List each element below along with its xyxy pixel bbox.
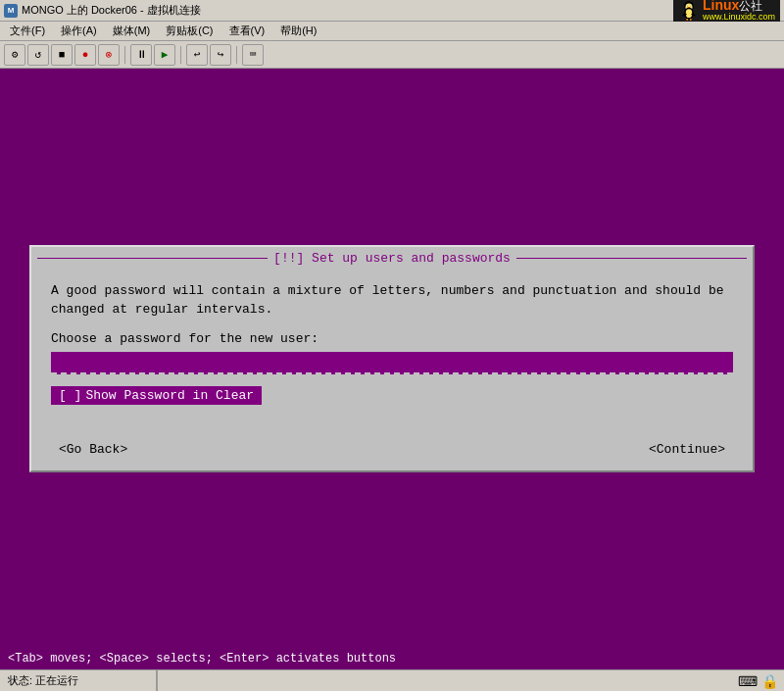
status-icons: ⌨ 🔒 (732, 673, 784, 689)
svg-rect-11 (686, 18, 688, 20)
menu-clipboard[interactable]: 剪贴板(C) (158, 22, 220, 40)
toolbar-btn-pause[interactable]: ⏸ (130, 44, 152, 66)
menu-view[interactable]: 查看(V) (221, 22, 273, 40)
toolbar-separator-2 (180, 46, 181, 64)
keyboard-icon: ⌨ (738, 673, 758, 689)
svg-point-5 (690, 5, 691, 6)
logo-linux-text: Linux (703, 0, 739, 13)
dialog-title-line-right (516, 258, 747, 259)
menu-bar: 文件(F) 操作(A) 媒体(M) 剪贴板(C) 查看(V) 帮助(H) (0, 22, 784, 41)
toolbar-btn-keyboard[interactable]: ⌨ (242, 44, 264, 66)
dialog-title-bar: [!!] Set up users and passwords (31, 247, 753, 270)
dialog-body: A good password will contain a mixture o… (31, 270, 753, 436)
toolbar: ⚙ ↺ ■ ● ⊗ ⏸ ▶ ↩ ↪ ⌨ (0, 41, 784, 69)
lock-icon: 🔒 (761, 673, 778, 689)
dialog-title-line-left (37, 258, 268, 259)
svg-point-4 (687, 5, 688, 6)
tux-icon (678, 0, 700, 22)
menu-help[interactable]: 帮助(H) (272, 22, 324, 40)
title-bar: M MONGO 上的 Docker06 - 虚拟机连接 Linux 公社 www… (0, 0, 784, 22)
description-text: A good password will contain a mixture o… (51, 281, 733, 320)
app-icon: M (4, 4, 18, 18)
toolbar-btn-settings[interactable]: ⚙ (4, 44, 25, 66)
toolbar-btn-play[interactable]: ▶ (154, 44, 175, 66)
hint-text: <Tab> moves; <Space> selects; <Enter> ac… (8, 652, 396, 666)
menu-file[interactable]: 文件(F) (2, 22, 53, 40)
toolbar-btn-record[interactable]: ● (74, 44, 96, 66)
toolbar-btn-power[interactable]: ⊗ (98, 44, 120, 66)
checkbox-bracket: [ ] (59, 388, 81, 403)
menu-action[interactable]: 操作(A) (53, 22, 105, 40)
status-bar: 状态: 正在运行 ⌨ 🔒 (0, 669, 784, 691)
toolbar-btn-stop[interactable]: ■ (51, 44, 73, 66)
toolbar-btn-redo[interactable]: ↪ (210, 44, 231, 66)
dialog-setup-users: [!!] Set up users and passwords A good p… (29, 245, 755, 472)
logo-gongzhong-text: 公社 (739, 0, 762, 13)
password-input[interactable] (51, 352, 733, 374)
logo-text-block: Linux 公社 www.Linuxidc.com (703, 0, 775, 23)
choose-label: Choose a password for the new user: (51, 331, 733, 346)
toolbar-separator-3 (236, 46, 237, 64)
continue-button[interactable]: <Continue> (641, 440, 733, 459)
dialog-title-text: [!!] Set up users and passwords (273, 251, 511, 266)
hint-bar: <Tab> moves; <Space> selects; <Enter> ac… (0, 648, 784, 669)
show-password-label: Show Password in Clear (85, 388, 254, 403)
go-back-button[interactable]: <Go Back> (51, 440, 135, 459)
toolbar-btn-undo[interactable]: ↩ (186, 44, 208, 66)
toolbar-separator-1 (124, 46, 125, 64)
svg-point-8 (686, 9, 693, 18)
show-password-button[interactable]: [ ] Show Password in Clear (51, 386, 262, 405)
main-area: [!!] Set up users and passwords A good p… (0, 69, 784, 648)
status-text: 状态: 正在运行 (0, 670, 157, 691)
toolbar-btn-back[interactable]: ↺ (27, 44, 49, 66)
window-title: MONGO 上的 Docker06 - 虚拟机连接 (22, 3, 673, 18)
svg-rect-12 (690, 18, 692, 20)
dialog-buttons: <Go Back> <Continue> (31, 440, 753, 459)
menu-media[interactable]: 媒体(M) (105, 22, 159, 40)
